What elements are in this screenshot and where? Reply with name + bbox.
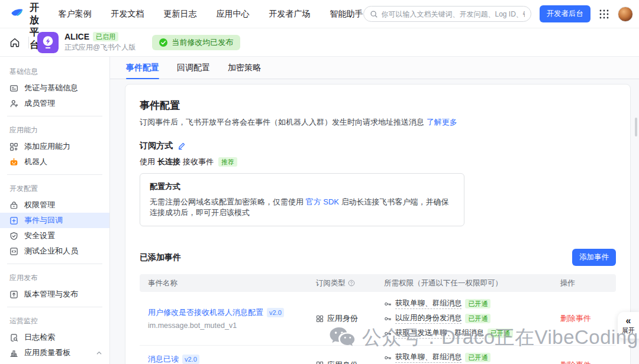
- permission-link[interactable]: 获取与发送单聊、群组消息: [395, 328, 484, 339]
- add-capability-icon: [9, 142, 18, 151]
- nav-item-appcenter[interactable]: 应用中心: [217, 9, 250, 20]
- sidebar-section-release: 应用发布: [0, 269, 109, 287]
- key-icon: [384, 330, 392, 337]
- sidebar-item-version-release[interactable]: 版本管理与发布: [0, 287, 109, 302]
- learn-more-link[interactable]: 了解更多: [427, 118, 457, 126]
- event-name-link[interactable]: 消息已读: [148, 355, 179, 363]
- check-circle-icon: [159, 38, 167, 47]
- table-row-bot-muted: 用户修改是否接收机器人消息配置v2.0 im.message.bot_muted…: [140, 292, 616, 345]
- config-method-text: 无需注册公网域名或配置加密策略，仅需使用 官方 SDK 启动长连接飞书客户端，并…: [150, 197, 454, 218]
- event-name-link[interactable]: 用户修改是否接收机器人消息配置: [148, 308, 263, 317]
- key-icon: [384, 354, 392, 362]
- robot-icon: [9, 158, 18, 167]
- sidebar-item-bot[interactable]: 机器人: [0, 154, 109, 170]
- search-box[interactable]: [363, 6, 531, 22]
- sidebar-item-label: 日志检索: [24, 332, 55, 343]
- added-events-title: 已添加事件: [140, 252, 181, 263]
- scrollbar-thumb[interactable]: [635, 118, 637, 136]
- key-icon: [384, 300, 392, 308]
- developer-console-button[interactable]: 开发者后台: [540, 5, 591, 22]
- app-name: ALICE: [64, 32, 89, 41]
- permission-item: 以应用的身份发消息 已开通: [384, 313, 560, 324]
- delete-event-link[interactable]: 删除事件: [560, 314, 591, 323]
- permission-item: 获取单聊、群组消息 已开通: [384, 298, 560, 310]
- app-bar: ALICE 已启用 正式应用@飞书个人版 当前修改均已发布: [0, 28, 639, 57]
- event-icon: [9, 216, 18, 225]
- app-icon[interactable]: [37, 32, 59, 53]
- sidebar-section-basic: 基础信息: [0, 63, 109, 80]
- events-table-header: 事件名称 订阅类型 所需权限（开通以下任一权限即可） 操作: [140, 274, 616, 292]
- sidebar-item-test-org[interactable]: 测试企业和人员: [0, 243, 109, 259]
- nav-item-devplaza[interactable]: 开发者广场: [269, 9, 311, 20]
- permission-link[interactable]: 获取单聊、群组消息: [395, 298, 462, 309]
- mode-name: 长连接: [157, 157, 180, 167]
- sidebar-item-label: 成员管理: [24, 98, 55, 109]
- config-method-box: 配置方式 无需注册公网域名或配置加密策略，仅需使用 官方 SDK 启动长连接飞书…: [140, 173, 464, 226]
- subscription-title-row: 订阅方式: [140, 141, 616, 151]
- sidebar-item-add-capability[interactable]: 添加应用能力: [0, 139, 109, 154]
- subscription-type-cell: 应用身份: [316, 360, 384, 364]
- delete-event-link[interactable]: 删除事件: [560, 360, 591, 364]
- page-description: 订阅事件后，飞书开放平台将会在事件（如机器人入群）发生时向请求地址推送消息 了解…: [140, 117, 616, 128]
- permission-opened-badge: 已开通: [488, 329, 513, 338]
- divider: [28, 37, 29, 48]
- publish-status-pill: 当前修改均已发布: [152, 35, 240, 50]
- version-badge: v2.0: [182, 355, 199, 364]
- user-avatar[interactable]: [618, 6, 633, 22]
- top-nav: 飞书开放平台 客户案例 开发文档 更新日志 应用中心 开发者广场 智能助手 开发…: [0, 0, 639, 28]
- app-subtitle: 正式应用@飞书个人版: [64, 43, 135, 53]
- apps-grid-icon[interactable]: [599, 9, 609, 20]
- double-chevron-left-icon: «: [626, 316, 631, 326]
- event-name-cell: 用户修改是否接收机器人消息配置v2.0 im.message.bot_muted…: [140, 307, 316, 330]
- edit-pencil-icon[interactable]: [178, 142, 186, 150]
- tab-callback-config[interactable]: 回调配置: [177, 57, 210, 79]
- home-icon[interactable]: [9, 37, 20, 48]
- main-content: 事件配置 回调配置 加密策略 事件配置 订阅事件后，飞书开放平台将会在事件（如机…: [110, 57, 639, 364]
- sidebar-item-quality-board[interactable]: 应用质量看板: [0, 345, 109, 360]
- sidebar-item-user-feedback[interactable]: 用户反馈: [0, 360, 109, 364]
- event-code: im.message.bot_muted_v1: [148, 321, 316, 330]
- add-event-button[interactable]: 添加事件: [572, 249, 616, 266]
- sidebar-section-capability: 应用能力: [0, 121, 109, 139]
- sidebar-item-label: 权限管理: [24, 200, 55, 210]
- sidebar-item-log-search[interactable]: 日志检索: [0, 330, 109, 345]
- feishu-logo-icon: [9, 7, 25, 21]
- table-row-message-read: 消息已读v2.0 im.message.message_read_v1 应用身份: [140, 345, 616, 364]
- permission-link[interactable]: 获取单聊、群组消息: [395, 352, 462, 363]
- sidebar-item-events-callbacks[interactable]: 事件与回调: [0, 213, 109, 228]
- permission-link[interactable]: 以应用的身份发消息: [395, 313, 462, 324]
- sidebar-item-security[interactable]: 安全设置: [0, 228, 109, 243]
- tab-encryption-policy[interactable]: 加密策略: [228, 57, 261, 79]
- sidebar-item-permissions[interactable]: 权限管理: [0, 197, 109, 213]
- code-box-icon: [9, 247, 18, 256]
- subscription-type-cell: 应用身份: [316, 313, 384, 324]
- help-icon[interactable]: [348, 280, 355, 287]
- official-sdk-link[interactable]: 官方 SDK: [306, 197, 339, 206]
- nav-item-changelog[interactable]: 更新日志: [164, 9, 197, 20]
- sidebar-item-label: 安全设置: [24, 230, 55, 241]
- sidebar-item-label: 凭证与基础信息: [24, 83, 78, 93]
- search-input[interactable]: [382, 10, 525, 18]
- key-icon: [384, 315, 392, 323]
- config-method-title: 配置方式: [150, 181, 454, 192]
- app-identity-icon: [316, 315, 324, 323]
- sidebar-item-label: 应用质量看板: [24, 347, 90, 358]
- log-search-icon: [9, 333, 18, 342]
- column-operations: 操作: [560, 278, 616, 288]
- divider: [7, 174, 102, 175]
- sidebar-item-credentials[interactable]: 凭证与基础信息: [0, 80, 109, 96]
- events-table: 事件名称 订阅类型 所需权限（开通以下任一权限即可） 操作: [140, 274, 616, 364]
- app-meta: ALICE 已启用 正式应用@飞书个人版: [64, 32, 135, 53]
- expand-panel-button[interactable]: « 展开: [618, 312, 639, 339]
- nav-item-cases[interactable]: 客户案例: [59, 9, 92, 20]
- nav-item-assistant[interactable]: 智能助手: [330, 9, 363, 20]
- nav-item-docs[interactable]: 开发文档: [111, 9, 144, 20]
- publish-status-text: 当前修改均已发布: [172, 37, 233, 48]
- sidebar-item-members[interactable]: 成员管理: [0, 96, 109, 111]
- subscription-title: 订阅方式: [140, 141, 173, 151]
- tab-event-config[interactable]: 事件配置: [126, 57, 159, 79]
- chevron-up-icon[interactable]: [96, 350, 102, 356]
- expand-label: 展开: [622, 326, 635, 335]
- permission-icon: [9, 201, 18, 210]
- security-shield-icon: [9, 232, 18, 240]
